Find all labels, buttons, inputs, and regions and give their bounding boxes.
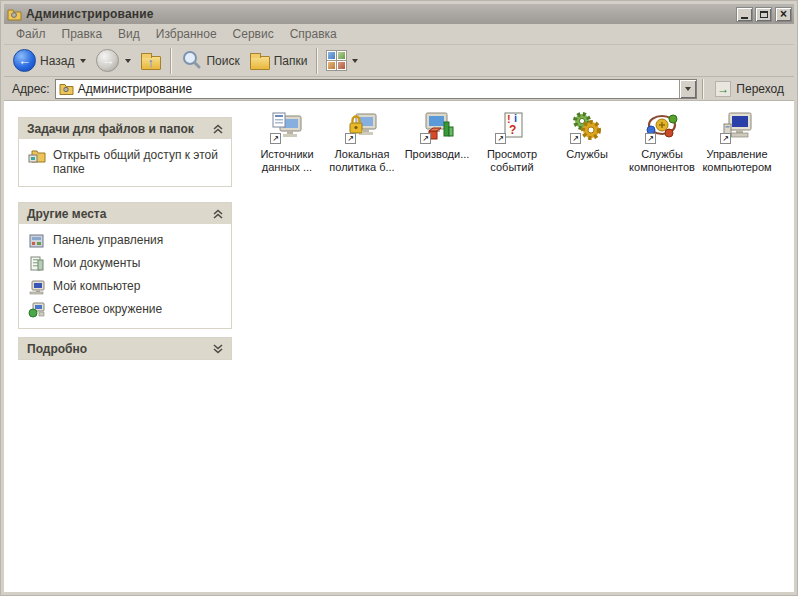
icon-performance[interactable]: ↗ Производи... <box>401 110 473 174</box>
folders-label: Папки <box>274 54 308 68</box>
menubar: Файл Правка Вид Избранное Сервис Справка <box>4 24 794 45</box>
go-label: Переход <box>736 82 784 96</box>
titlebar[interactable]: Администрирование × <box>4 4 794 24</box>
folders-button[interactable]: Папки <box>245 46 313 76</box>
address-value: Администрирование <box>78 82 192 96</box>
chevron-up-icon[interactable] <box>212 209 224 219</box>
panel-title: Задачи для файлов и папок <box>27 122 194 136</box>
search-button[interactable]: Поиск <box>176 46 244 76</box>
panel-details-header[interactable]: Подробно <box>19 338 231 359</box>
shortcut-arrow-icon: ↗ <box>270 133 281 144</box>
panel-title: Подробно <box>27 342 87 356</box>
icon-label: Службы компонентов <box>626 148 698 174</box>
icon-data-sources[interactable]: ↗ Источники данных ... <box>251 110 323 174</box>
shortcut-arrow-icon: ↗ <box>345 133 356 144</box>
window-title: Администрирование <box>26 7 734 21</box>
forward-icon: → <box>96 49 119 72</box>
menu-tools[interactable]: Сервис <box>225 25 282 43</box>
folder-up-icon: ↑ <box>141 56 161 70</box>
panel-details: Подробно <box>18 337 232 360</box>
toolbar-separator <box>316 48 318 74</box>
address-label: Адрес: <box>12 82 50 96</box>
icon-computer-management[interactable]: ↗ Управление компьютером <box>701 110 773 174</box>
shortcut-arrow-icon: ↗ <box>570 133 581 144</box>
file-icons: ↗ Источники данных ... ↗ <box>251 110 773 174</box>
back-dropdown-icon[interactable] <box>80 59 86 63</box>
back-icon: ← <box>13 49 36 72</box>
odbc-data-sources-icon: ↗ <box>270 110 304 144</box>
component-services-icon: ↗ <box>645 110 679 144</box>
shortcut-arrow-icon: ↗ <box>495 133 506 144</box>
close-icon: × <box>780 9 787 19</box>
views-button[interactable] <box>322 46 363 76</box>
maximize-button[interactable] <box>755 7 772 22</box>
icon-label: Локальная политика б... <box>326 148 398 174</box>
minimize-icon <box>741 17 748 19</box>
icon-label: Просмотр событий <box>476 148 548 174</box>
forward-button[interactable]: → <box>91 46 136 76</box>
task-share-folder[interactable]: Открыть общий доступ к этой папке <box>28 148 224 176</box>
icon-label: Службы <box>566 148 608 161</box>
place-label: Мой компьютер <box>53 279 140 293</box>
maximize-icon <box>760 11 768 18</box>
panel-title: Другие места <box>27 207 106 221</box>
chevron-down-icon <box>685 87 691 91</box>
icon-local-security-policy[interactable]: ↗ Локальная политика б... <box>326 110 398 174</box>
network-places-icon <box>28 302 46 318</box>
close-button[interactable]: × <box>775 7 792 22</box>
menu-help[interactable]: Справка <box>282 25 345 43</box>
task-label: Открыть общий доступ к этой папке <box>53 148 224 176</box>
icon-component-services[interactable]: ↗ Службы компонентов <box>626 110 698 174</box>
go-button[interactable]: → Переход <box>709 78 790 100</box>
search-label: Поиск <box>206 54 239 68</box>
back-label: Назад <box>40 54 74 68</box>
menu-favorites[interactable]: Избранное <box>148 25 225 43</box>
place-network[interactable]: Сетевое окружение <box>28 302 224 318</box>
views-icon <box>327 51 346 70</box>
up-button[interactable]: ↑ <box>136 46 166 76</box>
my-computer-icon <box>28 279 46 295</box>
address-folder-icon <box>59 82 74 95</box>
place-my-computer[interactable]: Мой компьютер <box>28 279 224 295</box>
shortcut-arrow-icon: ↗ <box>720 133 731 144</box>
chevron-down-icon[interactable] <box>212 344 224 354</box>
address-combobox[interactable]: Администрирование <box>55 79 698 99</box>
addressbar: Адрес: Администрирование → Переход <box>4 77 794 101</box>
my-documents-icon <box>28 256 46 272</box>
services-gears-icon: ↗ <box>570 110 604 144</box>
menu-file[interactable]: Файл <box>8 25 54 43</box>
icon-event-viewer[interactable]: ! i ? ↗ Просмотр событий <box>476 110 548 174</box>
menu-edit[interactable]: Правка <box>54 25 111 43</box>
search-icon <box>181 50 202 71</box>
svg-text:?: ? <box>509 123 516 137</box>
icon-label: Производи... <box>405 148 470 161</box>
toolbar: ← Назад → ↑ Поиск Папки <box>4 45 794 77</box>
computer-management-icon: ↗ <box>720 110 754 144</box>
back-button[interactable]: ← Назад <box>8 46 91 76</box>
toolbar-separator <box>170 48 172 74</box>
shortcut-arrow-icon: ↗ <box>645 133 656 144</box>
place-my-documents[interactable]: Мои документы <box>28 256 224 272</box>
security-policy-icon: ↗ <box>345 110 379 144</box>
folders-icon <box>250 56 270 70</box>
addressbar-separator <box>702 79 704 99</box>
folder-content: Задачи для файлов и папок Открыть <box>4 101 794 592</box>
event-viewer-icon: ! i ? ↗ <box>495 110 529 144</box>
minimize-button[interactable] <box>736 7 753 22</box>
place-control-panel[interactable]: Панель управления <box>28 233 224 249</box>
panel-other-places: Другие места Панель <box>18 202 232 329</box>
chevron-up-icon[interactable] <box>212 124 224 134</box>
forward-dropdown-icon[interactable] <box>125 59 131 63</box>
views-dropdown-icon[interactable] <box>352 59 358 63</box>
place-label: Панель управления <box>53 233 163 247</box>
shortcut-arrow-icon: ↗ <box>420 133 431 144</box>
panel-file-tasks: Задачи для файлов и папок Открыть <box>18 117 232 187</box>
panel-other-places-header[interactable]: Другие места <box>19 203 231 224</box>
icon-services[interactable]: ↗ Службы <box>551 110 623 174</box>
menu-view[interactable]: Вид <box>110 25 148 43</box>
control-panel-icon <box>28 233 46 249</box>
place-label: Сетевое окружение <box>53 302 162 316</box>
address-dropdown-button[interactable] <box>679 80 696 98</box>
panel-file-tasks-header[interactable]: Задачи для файлов и папок <box>19 118 231 139</box>
go-arrow-icon: → <box>715 81 731 97</box>
